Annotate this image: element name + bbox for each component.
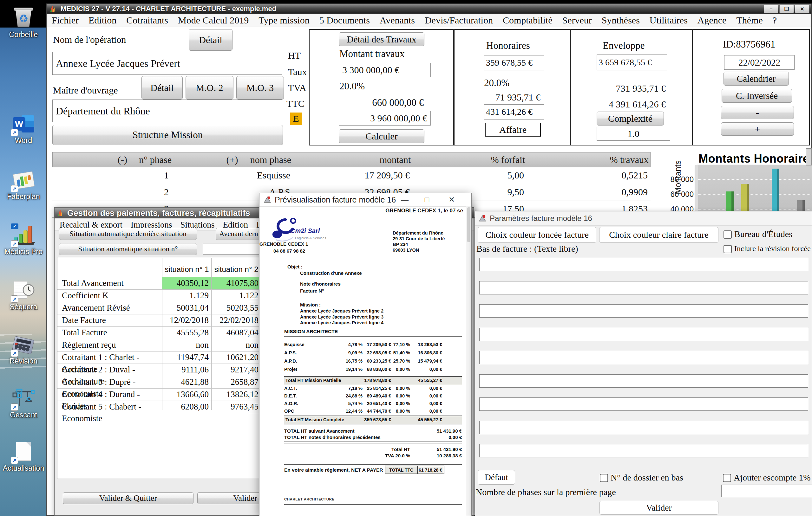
choix-couleur-foncee-button[interactable]: Choix couleur foncée facture bbox=[478, 227, 596, 243]
close-button[interactable]: ✕ bbox=[795, 5, 809, 13]
owner-detail-button[interactable]: Détail bbox=[142, 76, 183, 99]
situation-1-value[interactable]: 9111,06 bbox=[163, 364, 211, 376]
free-text-input[interactable] bbox=[479, 281, 808, 295]
situation-2-value[interactable]: 22/02/2018 bbox=[211, 314, 261, 327]
params-valider-button[interactable]: Valider bbox=[600, 501, 719, 515]
menu-item[interactable]: Edition bbox=[88, 15, 116, 26]
situation-2-value[interactable]: 1.122 bbox=[211, 290, 261, 302]
situation-1-value[interactable]: non bbox=[163, 339, 211, 351]
travaux-ttc-input[interactable]: 3 960 000,00 € bbox=[339, 111, 431, 125]
minus-button[interactable]: - bbox=[721, 106, 794, 119]
free-text-input[interactable] bbox=[479, 444, 808, 457]
menu-item[interactable]: Cotraitants bbox=[126, 15, 168, 26]
free-text-input[interactable] bbox=[479, 421, 808, 434]
menu-item[interactable]: Type mission bbox=[259, 15, 309, 26]
situation-1-value[interactable]: 11947,74 bbox=[163, 352, 211, 364]
situation-1-value[interactable]: 1.129 bbox=[163, 290, 211, 302]
situation-2-header[interactable]: situation n° 2 bbox=[211, 265, 261, 274]
situation-2-value[interactable]: 13826,12 bbox=[211, 389, 261, 401]
situation-2-value[interactable]: 9217,40 bbox=[211, 364, 261, 376]
mo2-button[interactable]: M.O. 2 bbox=[185, 76, 233, 99]
menu-item[interactable]: 5 Documents bbox=[319, 15, 370, 26]
bureau-etudes-checkbox[interactable] bbox=[724, 231, 732, 239]
situation-1-value[interactable]: 12/02/2018 bbox=[163, 314, 211, 327]
situation-2-value[interactable]: 50203,55 bbox=[211, 302, 261, 314]
situation-2-value[interactable]: 9763,45 bbox=[211, 401, 261, 413]
maximize-button[interactable]: □ bbox=[420, 194, 434, 205]
free-text-input[interactable] bbox=[479, 397, 808, 411]
minimize-button[interactable]: — bbox=[398, 194, 412, 205]
complexite-coefficient-input[interactable]: 1.0 bbox=[597, 127, 670, 141]
menu-item[interactable]: Serveur bbox=[562, 15, 592, 26]
situation-1-value[interactable]: 4621,88 bbox=[163, 376, 211, 388]
minimize-button[interactable]: – bbox=[764, 5, 778, 13]
invoice-scrollbar[interactable] bbox=[466, 206, 471, 516]
desktop-icon-actualisation[interactable]: ↗ Actualisation bbox=[0, 441, 47, 473]
free-text-input[interactable] bbox=[479, 374, 808, 388]
situation-1-value[interactable]: 40350,12 bbox=[163, 277, 211, 290]
phase-table-row[interactable]: 1 Esquisse 17 209,50 € 5,00 0,5215 bbox=[52, 168, 650, 184]
menu-item[interactable]: Mode Calcul 2019 bbox=[178, 15, 249, 26]
params-titlebar[interactable]: Paramètres facture modèle 16 bbox=[475, 211, 812, 226]
date-input[interactable]: 22/02/2022 bbox=[724, 55, 794, 70]
owner-input[interactable]: Département du Rhône bbox=[52, 99, 282, 122]
desktop-icon-gescant[interactable]: ↗ Gescant bbox=[0, 388, 47, 419]
calculer-button[interactable]: Calculer bbox=[339, 129, 425, 143]
situation-2-value[interactable]: 41075,80 bbox=[211, 277, 261, 290]
situation-1-value[interactable]: 45555,28 bbox=[163, 327, 211, 339]
free-text-input[interactable] bbox=[479, 304, 808, 317]
situation-1-value[interactable]: 50031,04 bbox=[163, 302, 211, 314]
menu-item[interactable]: Synthèses bbox=[602, 15, 640, 26]
menu-item[interactable]: Agence bbox=[697, 15, 727, 26]
situation-1-value[interactable]: 6208,00 bbox=[163, 401, 211, 413]
structure-mission-button[interactable]: Structure Mission bbox=[52, 125, 283, 145]
desktop-icon-faberplan[interactable]: ↗ Faberplan bbox=[0, 170, 47, 201]
situation-auto-n-button[interactable]: Situation automatique situation n° bbox=[59, 243, 197, 255]
desktop-icon-sequora[interactable]: ↗ Séquora bbox=[0, 280, 47, 311]
courbe-inversee-button[interactable]: C. Inversée bbox=[722, 89, 792, 103]
dossier-en-bas-checkbox[interactable] bbox=[600, 474, 608, 482]
operation-detail-button[interactable]: Détail bbox=[189, 29, 232, 51]
desktop-icon-revision[interactable]: ↗ Révision bbox=[0, 334, 47, 365]
escompte-checkbox[interactable] bbox=[723, 474, 731, 482]
situation-2-value[interactable]: 10621,20 bbox=[211, 352, 261, 364]
valider-quitter-button[interactable]: Valider & Quitter bbox=[63, 492, 194, 504]
montant-travaux-input[interactable]: 3 300 000,00 € bbox=[339, 63, 431, 77]
enveloppe-ht-input[interactable]: 3 659 678,55 € bbox=[597, 55, 667, 70]
calendrier-button[interactable]: Calendrier bbox=[724, 72, 789, 86]
nb-phases-input[interactable] bbox=[721, 485, 812, 497]
menu-item[interactable]: Avenants bbox=[380, 15, 415, 26]
situation-2-value[interactable]: 2658,87 bbox=[211, 376, 261, 388]
defaut-button[interactable]: Défaut bbox=[478, 470, 515, 485]
menu-item[interactable]: ? bbox=[773, 15, 777, 26]
detail-travaux-button[interactable]: Détail des Travaux bbox=[339, 32, 425, 46]
honoraires-ttc-input[interactable]: 431 614,26 € bbox=[484, 104, 544, 120]
desktop-icon-corbeille[interactable]: ♻ Corbeille bbox=[0, 8, 47, 39]
situation-1-value[interactable]: 13666,60 bbox=[163, 389, 211, 401]
menu-item[interactable]: Fichier bbox=[52, 15, 79, 26]
close-button[interactable]: ✕ bbox=[445, 194, 459, 205]
choix-couleur-claire-button[interactable]: Choix couleur claire facture bbox=[599, 227, 719, 243]
menu-item[interactable]: Comptabilité bbox=[503, 15, 553, 26]
honoraires-ht-input[interactable]: 359 678,55 € bbox=[484, 55, 544, 70]
desktop-icon-word[interactable]: W↗ Word bbox=[0, 114, 47, 145]
invoice-titlebar[interactable]: Prévisualisation facture modèle 16 bbox=[259, 193, 471, 207]
plus-button[interactable]: + bbox=[721, 122, 794, 135]
situation-2-value[interactable]: 46087,04 bbox=[211, 327, 261, 339]
situation-2-value[interactable]: non bbox=[211, 339, 261, 351]
mo3-button[interactable]: M.O. 3 bbox=[236, 76, 284, 99]
complexite-button[interactable]: Complexité bbox=[597, 112, 664, 125]
situation-1-header[interactable]: situation n° 1 bbox=[163, 265, 211, 274]
operation-name-input[interactable]: Annexe Lycée Jacques Prévert bbox=[52, 52, 282, 75]
free-text-input[interactable] bbox=[479, 351, 808, 364]
affaire-button[interactable]: Affaire bbox=[485, 123, 541, 136]
desktop-icon-medicis-pro[interactable]: ✓↗ Médicis Pro bbox=[0, 225, 47, 256]
scrollbar-thumb[interactable] bbox=[467, 207, 470, 242]
menu-item[interactable]: Thème bbox=[736, 15, 762, 26]
free-text-input[interactable] bbox=[479, 258, 808, 271]
revision-forcee-checkbox[interactable] bbox=[724, 245, 732, 253]
e-badge[interactable]: E bbox=[290, 113, 302, 125]
menu-item[interactable]: Utilitaires bbox=[649, 15, 688, 26]
situation-auto-derniere-button[interactable]: Situation automatique dernière situation bbox=[59, 228, 197, 240]
main-window-scrollbar-thumb[interactable] bbox=[806, 148, 812, 165]
